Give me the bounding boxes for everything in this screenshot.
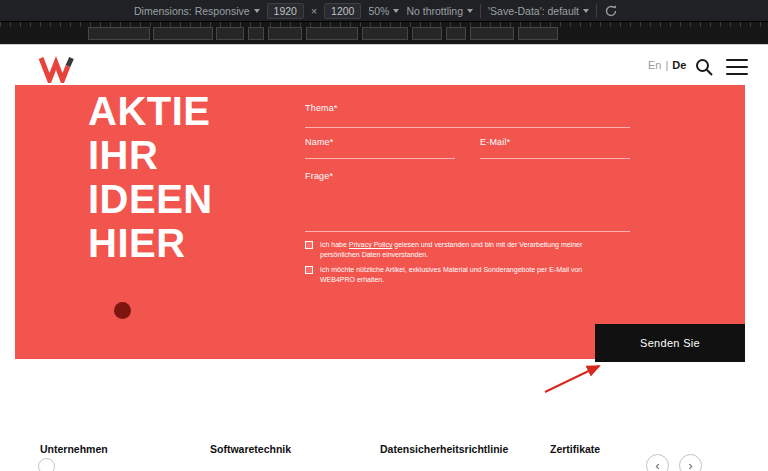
zoom-dropdown[interactable]: 50% — [368, 5, 399, 17]
headline-line: AKTIE — [88, 89, 213, 133]
lang-en-link[interactable]: En — [648, 59, 661, 71]
height-input[interactable]: 1200 — [324, 3, 361, 19]
hamburger-icon — [726, 73, 748, 75]
lang-de-current[interactable]: De — [672, 59, 686, 71]
hero-headline: AKTIE IHR IDEEN HIER — [88, 89, 213, 265]
media-query-segment — [216, 27, 244, 40]
footer-badge-icon[interactable] — [38, 458, 55, 471]
consent-row: Ich habe Privacy Policy gelesen und vers… — [305, 240, 617, 260]
carousel-next-button[interactable]: › — [679, 454, 702, 471]
dimensions-dropdown[interactable]: Dimensions: Responsive — [134, 5, 260, 17]
newsletter-row: Ich möchte nützliche Artikel, exklusives… — [305, 265, 617, 285]
newsletter-text: Ich möchte nützliche Artikel, exklusives… — [320, 265, 617, 285]
save-data-dropdown[interactable]: 'Save-Data': default — [488, 5, 589, 17]
consent-checkbox[interactable] — [305, 241, 313, 249]
media-query-segment — [248, 27, 264, 40]
thema-input[interactable] — [305, 113, 630, 128]
name-label: Name* — [305, 137, 334, 147]
email-label: E-Mail* — [480, 137, 510, 147]
chevron-down-icon — [467, 9, 473, 13]
throttling-dropdown[interactable]: No throttling — [406, 5, 473, 17]
footer-col-unternehmen: Unternehmen — [40, 443, 108, 455]
consent-text: Ich habe Privacy Policy gelesen und vers… — [320, 240, 617, 260]
footer-col-datensicherheit: Datensicherheitsrichtlinie — [380, 443, 508, 455]
media-query-segment — [470, 27, 514, 40]
consent-text-pre: Ich habe — [320, 241, 349, 248]
rotate-icon — [604, 4, 618, 18]
devtools-ruler — [0, 22, 768, 45]
lang-divider: | — [665, 59, 668, 71]
language-switch: En | De — [648, 59, 686, 71]
chevron-right-icon: › — [689, 459, 693, 471]
media-query-segment — [412, 27, 442, 40]
media-query-segment — [153, 27, 213, 40]
frage-label: Frage* — [305, 171, 333, 181]
footer-col-softwaretechnik: Softwaretechnik — [210, 443, 291, 455]
toolbar-divider — [480, 4, 481, 18]
thema-label: Thema* — [305, 103, 338, 113]
times-symbol: × — [311, 5, 317, 17]
frage-textarea[interactable] — [305, 181, 630, 232]
page: En | De AKTIE IHR IDEEN HIER — [0, 45, 768, 471]
privacy-policy-link[interactable]: Privacy Policy — [349, 241, 393, 248]
name-input[interactable] — [305, 147, 455, 159]
logo[interactable] — [38, 55, 74, 83]
newsletter-checkbox[interactable] — [305, 266, 313, 274]
media-query-segment — [518, 27, 558, 40]
media-query-segment — [88, 27, 150, 40]
headline-line: IDEEN — [88, 177, 213, 221]
hero-section: AKTIE IHR IDEEN HIER Thema* Name* E-Mail… — [15, 85, 745, 359]
devtools-device-toolbar: Dimensions: Responsive 1920 × 1200 50% N… — [0, 0, 768, 22]
hamburger-icon — [726, 66, 748, 68]
chevron-left-icon: ‹ — [656, 459, 660, 471]
submit-button[interactable]: Senden Sie — [595, 324, 745, 362]
carousel-prev-button[interactable]: ‹ — [646, 454, 669, 471]
search-button[interactable] — [694, 57, 714, 77]
save-data-value: 'Save-Data': default — [488, 5, 579, 17]
headline-line: HIER — [88, 221, 213, 265]
rotate-viewport-button[interactable] — [604, 4, 618, 18]
decorative-dot — [114, 302, 131, 319]
media-query-segment — [306, 27, 358, 40]
media-query-segment — [362, 27, 408, 40]
media-query-segment — [268, 27, 302, 40]
zoom-value: 50% — [368, 5, 389, 17]
search-icon — [694, 57, 714, 77]
email-input[interactable] — [480, 147, 630, 159]
hamburger-menu-button[interactable] — [726, 59, 748, 75]
chevron-down-icon — [393, 9, 399, 13]
dimensions-label: Dimensions: Responsive — [134, 5, 250, 17]
browser-window: Dimensions: Responsive 1920 × 1200 50% N… — [0, 0, 768, 471]
chevron-down-icon — [254, 9, 260, 13]
width-input[interactable]: 1920 — [267, 3, 304, 19]
footer-col-zertifikate: Zertifikate — [550, 443, 600, 455]
hamburger-icon — [726, 59, 748, 61]
throttling-value: No throttling — [406, 5, 463, 17]
logo-w-icon — [38, 55, 74, 83]
headline-line: IHR — [88, 133, 213, 177]
chevron-down-icon — [583, 9, 589, 13]
toolbar-divider — [596, 4, 597, 18]
media-query-segment — [446, 27, 466, 40]
